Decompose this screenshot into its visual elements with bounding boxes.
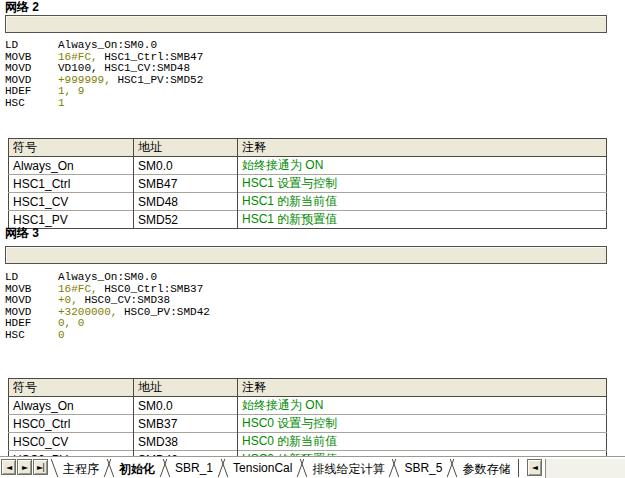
symbol-table-row: HSC1_CVSMD48HSC1 的新当前值 xyxy=(9,193,607,211)
symbol-cell: HSC1_CV xyxy=(9,193,134,211)
stl-code-block[interactable]: LDAlways_On:SM0.0MOVB16#FC, HSC0_Ctrl:SM… xyxy=(5,272,607,341)
address-cell: SM0.0 xyxy=(134,157,238,175)
opcode: MOVD xyxy=(5,63,58,75)
symbol-table-row: HSC0_CVSMD38HSC0 的新当前值 xyxy=(9,433,607,451)
symbol-table-header-row: 符号地址注释 xyxy=(9,379,607,397)
operand-constant: +0, xyxy=(58,294,84,306)
pou-tab-2[interactable]: SBR_1 xyxy=(165,457,223,478)
operand: VD100, HSC1_CV:SMD48 xyxy=(58,62,190,74)
pou-tab-3[interactable]: TensionCal xyxy=(223,457,302,478)
symbol-table-header-cell: 地址 xyxy=(134,379,238,397)
symbol-table-header-cell: 地址 xyxy=(134,139,238,157)
symbol-table-header-row: 符号地址注释 xyxy=(9,139,607,157)
network-section-3: 网络 3 LDAlways_On:SM0.0MOVB16#FC, HSC0_Ct… xyxy=(5,227,607,469)
operand: HSC1_PV:SMD52 xyxy=(117,74,203,86)
pou-tab-5[interactable]: SBR_5 xyxy=(394,457,452,478)
comment-cell: HSC1 的新预置值 xyxy=(238,211,607,229)
network-title: 网络 3 xyxy=(5,227,607,239)
tab-scroll-right-button[interactable]: ► xyxy=(17,459,32,475)
operand: HSC1_Ctrl:SMB47 xyxy=(104,51,203,63)
operand-constant: 16#FC, xyxy=(58,51,104,63)
symbol-table-row: Always_OnSM0.0始终接通为 ON xyxy=(9,397,607,415)
opcode: HDEF xyxy=(5,86,58,98)
symbol-cell: HSC0_CV xyxy=(9,433,134,451)
comment-cell: HSC0 的新当前值 xyxy=(238,433,607,451)
symbol-cell: HSC0_Ctrl xyxy=(9,415,134,433)
operand-constant: +3200000, xyxy=(58,306,124,318)
comment-cell: 始终接通为 ON xyxy=(238,157,607,175)
address-cell: SMD38 xyxy=(134,433,238,451)
operand-constant: 0 xyxy=(58,329,65,341)
symbol-table: 符号地址注释 Always_OnSM0.0始终接通为 ONHSC1_CtrlSM… xyxy=(8,138,607,229)
symbol-cell: Always_On xyxy=(9,157,134,175)
network-comment-bar[interactable] xyxy=(5,246,607,264)
pou-tab-4[interactable]: 排线给定计算 xyxy=(302,457,394,478)
opcode: HSC xyxy=(5,330,58,342)
address-cell: SMD48 xyxy=(134,193,238,211)
symbol-table-header-cell: 符号 xyxy=(9,139,134,157)
network-section-2: 网络 2 LDAlways_On:SM0.0MOVB16#FC, HSC1_Ct… xyxy=(5,1,607,229)
code-line: HSC0 xyxy=(5,330,607,342)
comment-cell: HSC1 的新当前值 xyxy=(238,193,607,211)
code-line: HDEF1, 9 xyxy=(5,86,607,98)
pou-tab-bar: ◄►►| 主程序初始化SBR_1TensionCal排线给定计算SBR_5参数存… xyxy=(0,456,625,478)
operand: Always_On:SM0.0 xyxy=(58,271,157,283)
tab-scroll-last-button[interactable]: ►| xyxy=(33,459,48,475)
symbol-table-header-cell: 注释 xyxy=(238,139,607,157)
opcode: HDEF xyxy=(5,318,58,330)
opcode: LD xyxy=(5,272,58,284)
symbol-cell: HSC1_Ctrl xyxy=(9,175,134,193)
network-title: 网络 2 xyxy=(5,1,607,13)
hscroll-track[interactable] xyxy=(545,459,625,478)
pou-tab-0[interactable]: 主程序 xyxy=(53,457,109,478)
symbol-table-row: Always_OnSM0.0始终接通为 ON xyxy=(9,157,607,175)
operand-constant: 1, 9 xyxy=(58,85,84,97)
opcode: LD xyxy=(5,40,58,52)
operand-constant: +999999, xyxy=(58,74,117,86)
symbol-table-header-cell: 符号 xyxy=(9,379,134,397)
pou-tabs: 主程序初始化SBR_1TensionCal排线给定计算SBR_5参数存储 xyxy=(53,457,520,478)
stl-code-block[interactable]: LDAlways_On:SM0.0MOVB16#FC, HSC1_Ctrl:SM… xyxy=(5,40,607,109)
operand-constant: 1 xyxy=(58,97,65,109)
operand: Always_On:SM0.0 xyxy=(58,39,157,51)
pou-tab-6[interactable]: 参数存储 xyxy=(452,457,520,478)
code-line: MOVD+3200000, HSC0_PV:SMD42 xyxy=(5,307,607,319)
address-cell: SMB37 xyxy=(134,415,238,433)
code-line: MOVD+999999, HSC1_PV:SMD52 xyxy=(5,75,607,87)
symbol-table-row: HSC1_PVSMD52HSC1 的新预置值 xyxy=(9,211,607,229)
operand: HSC0_Ctrl:SMB37 xyxy=(104,283,203,295)
pou-tab-1[interactable]: 初始化 xyxy=(109,457,165,478)
comment-cell: HSC1 设置与控制 xyxy=(238,175,607,193)
symbol-table-row: HSC1_CtrlSMB47HSC1 设置与控制 xyxy=(9,175,607,193)
symbol-table-row: HSC0_CtrlSMB37HSC0 设置与控制 xyxy=(9,415,607,433)
address-cell: SMB47 xyxy=(134,175,238,193)
comment-cell: 始终接通为 ON xyxy=(238,397,607,415)
symbol-table-header-cell: 注释 xyxy=(238,379,607,397)
address-cell: SMD52 xyxy=(134,211,238,229)
symbol-cell: Always_On xyxy=(9,397,134,415)
microwin-stl-editor: 网络 2 LDAlways_On:SM0.0MOVB16#FC, HSC1_Ct… xyxy=(0,0,625,478)
tab-nav-buttons: ◄►►| xyxy=(0,457,49,475)
operand-constant: 0, 0 xyxy=(58,317,84,329)
code-line: HSC1 xyxy=(5,98,607,110)
opcode: HSC xyxy=(5,98,58,110)
code-line: HDEF0, 0 xyxy=(5,318,607,330)
operand: HSC0_PV:SMD42 xyxy=(124,306,210,318)
network-comment-bar[interactable] xyxy=(5,15,607,33)
hscroll-left-arrow-icon[interactable]: ◄ xyxy=(527,459,542,476)
comment-cell: HSC0 设置与控制 xyxy=(238,415,607,433)
address-cell: SM0.0 xyxy=(134,397,238,415)
opcode: MOVD xyxy=(5,295,58,307)
operand: HSC0_CV:SMD38 xyxy=(84,294,170,306)
operand-constant: 16#FC, xyxy=(58,283,104,295)
tab-scroll-left-button[interactable]: ◄ xyxy=(1,459,16,475)
